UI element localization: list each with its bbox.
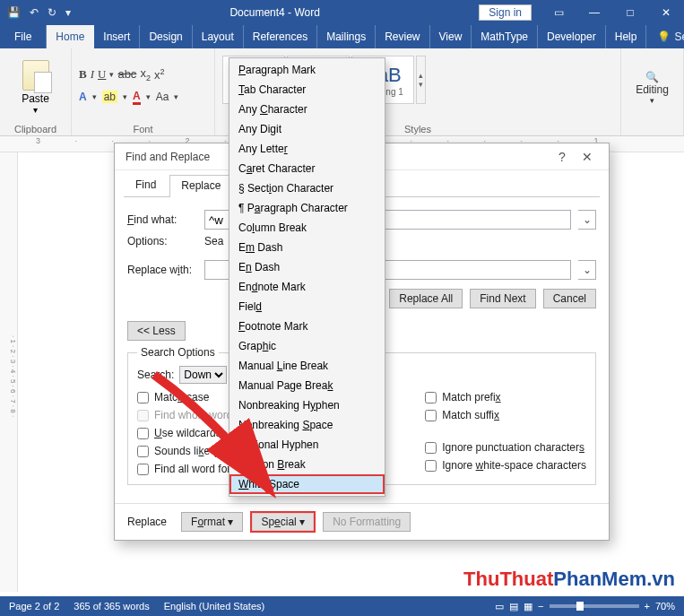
special-item-tab-character[interactable]: Tab Character (229, 80, 385, 100)
zoom-out-button[interactable]: − (538, 601, 543, 612)
special-item-manual-page-break[interactable]: Manual Page Break (229, 376, 385, 395)
search-icon: 🔍 (645, 71, 659, 83)
group-editing[interactable]: 🔍 Editing ▾ (621, 48, 684, 135)
check-match-prefix[interactable]: Match prefix (425, 391, 586, 403)
special-item-footnote-mark[interactable]: Footnote Mark (229, 317, 385, 336)
undo-icon[interactable]: ↶ (30, 6, 39, 19)
change-case-button[interactable]: Aa (156, 91, 169, 103)
special-item-graphic[interactable]: Graphic (229, 336, 385, 356)
status-words[interactable]: 365 of 365 words (74, 601, 149, 612)
replace-with-dropdown[interactable]: ⌄ (578, 260, 596, 280)
underline-button[interactable]: U (98, 67, 106, 82)
no-formatting-button: No Formatting (323, 512, 411, 532)
ribbon-tabs: File Home Insert Design Layout Reference… (0, 25, 684, 48)
special-item-any-character[interactable]: Any Character (229, 100, 385, 119)
tab-review[interactable]: Review (376, 25, 429, 48)
special-item-column-break[interactable]: Column Break (229, 218, 385, 238)
check-ignore-punct[interactable]: Ignore punctuation characters (425, 441, 586, 454)
tab-layout[interactable]: Layout (193, 25, 244, 48)
special-item-field[interactable]: Field (229, 297, 385, 317)
tab-developer[interactable]: Developer (538, 25, 606, 48)
tab-mathtype[interactable]: MathType (472, 25, 538, 48)
paste-button[interactable]: Paste (22, 92, 49, 105)
status-page[interactable]: Page 2 of 2 (9, 601, 59, 612)
window-title: Document4 - Word (71, 6, 479, 19)
dialog-help-button[interactable]: ? (550, 150, 575, 164)
redo-icon[interactable]: ↻ (48, 6, 56, 19)
format-button[interactable]: Format ▾ (181, 512, 243, 532)
status-bar: Page 2 of 2 365 of 365 words English (Un… (0, 596, 684, 616)
special-button[interactable]: Special ▾ (250, 511, 316, 533)
cancel-button[interactable]: Cancel (543, 289, 596, 308)
tab-references[interactable]: References (244, 25, 317, 48)
special-item-en-dash[interactable]: En Dash (229, 257, 385, 277)
tab-file[interactable]: File (0, 25, 47, 48)
special-item-paragraph-mark[interactable]: Paragraph Mark (229, 60, 385, 80)
bold-button[interactable]: B (79, 67, 87, 82)
view-read-icon[interactable]: ▭ (495, 601, 504, 612)
text-effects-button[interactable]: A (79, 91, 87, 103)
minimize-icon[interactable]: — (576, 0, 612, 25)
subscript-button[interactable]: x2 (140, 66, 151, 82)
zoom-slider[interactable] (550, 604, 639, 608)
strikethrough-button[interactable]: abc (117, 67, 136, 81)
tell-me-search[interactable]: 💡Search (646, 25, 684, 48)
ribbon-display-icon[interactable]: ▭ (541, 0, 576, 25)
font-color-button[interactable]: A (133, 90, 141, 105)
tab-find[interactable]: Find (124, 174, 168, 196)
replace-all-button[interactable]: Replace All (389, 289, 463, 308)
styles-more-icon[interactable]: ▴▾ (416, 56, 426, 104)
highlight-button[interactable]: ab (102, 91, 117, 103)
superscript-button[interactable]: x2 (154, 67, 165, 82)
search-direction-label: Search: (137, 369, 174, 381)
options-label: Options: (127, 235, 197, 247)
italic-button[interactable]: I (91, 67, 94, 82)
group-label: Clipboard (0, 124, 71, 135)
tab-mailings[interactable]: Mailings (317, 25, 376, 48)
title-bar: 💾 ↶ ↻ ▾ Document4 - Word Sign in ▭ — □ ✕ (0, 0, 684, 25)
close-icon[interactable]: ✕ (648, 0, 684, 25)
special-item-any-letter[interactable]: Any Letter (229, 139, 385, 159)
search-options-legend: Search Options (137, 346, 219, 359)
view-web-icon[interactable]: ▦ (524, 601, 532, 612)
special-item-manual-line-break[interactable]: Manual Line Break (229, 356, 385, 376)
maximize-icon[interactable]: □ (612, 0, 648, 25)
check-match-suffix[interactable]: Match suffix (425, 409, 586, 421)
vertical-ruler[interactable]: · 1 · 2 · 3 · 4 · 5 · 6 · 7 · 8 · (0, 152, 18, 592)
less-button[interactable]: << Less (127, 321, 186, 341)
check-ignore-ws[interactable]: Ignore white-space characters (425, 459, 586, 472)
special-item-any-digit[interactable]: Any Digit (229, 119, 385, 139)
qat-customize-icon[interactable]: ▾ (65, 6, 71, 19)
group-font: B I U▾ abc x2 x2 A▾ ab▾ A▾ Aa▾ Font (72, 48, 215, 135)
special-item-optional-hyphen[interactable]: Optional Hyphen (229, 435, 385, 455)
paste-icon[interactable] (22, 60, 49, 91)
zoom-in-button[interactable]: + (645, 601, 650, 612)
special-item-white-space[interactable]: White Space (229, 474, 385, 494)
special-item-nonbreaking-hyphen[interactable]: Nonbreaking Hyphen (229, 395, 385, 415)
save-icon[interactable]: 💾 (7, 6, 21, 19)
replace-section-label: Replace (127, 516, 167, 528)
zoom-level[interactable]: 70% (655, 601, 675, 612)
special-item-section-character[interactable]: § Section Character (229, 178, 385, 198)
special-item-caret-character[interactable]: Caret Character (229, 159, 385, 178)
lightbulb-icon: 💡 (657, 30, 671, 43)
tab-help[interactable]: Help (606, 25, 647, 48)
search-direction-select[interactable]: Down (179, 366, 227, 384)
sign-in-button[interactable]: Sign in (479, 4, 532, 21)
special-item-nonbreaking-space[interactable]: Nonbreaking Space (229, 415, 385, 435)
status-language[interactable]: English (United States) (164, 601, 265, 612)
tab-insert[interactable]: Insert (94, 25, 140, 48)
tab-home[interactable]: Home (47, 25, 94, 48)
special-item-section-break[interactable]: Section Break (229, 455, 385, 474)
tab-replace[interactable]: Replace (169, 175, 232, 197)
find-next-button[interactable]: Find Next (470, 289, 535, 308)
dialog-close-button[interactable]: ✕ (575, 150, 600, 164)
special-item-endnote-mark[interactable]: Endnote Mark (229, 277, 385, 297)
tab-design[interactable]: Design (140, 25, 192, 48)
special-item-paragraph-character[interactable]: ¶ Paragraph Character (229, 198, 385, 218)
tab-view[interactable]: View (430, 25, 472, 48)
watermark: ThuThuatPhanMem.vn (463, 568, 675, 591)
view-print-icon[interactable]: ▤ (509, 601, 518, 612)
special-item-em-dash[interactable]: Em Dash (229, 238, 385, 257)
find-what-dropdown[interactable]: ⌄ (578, 210, 596, 230)
